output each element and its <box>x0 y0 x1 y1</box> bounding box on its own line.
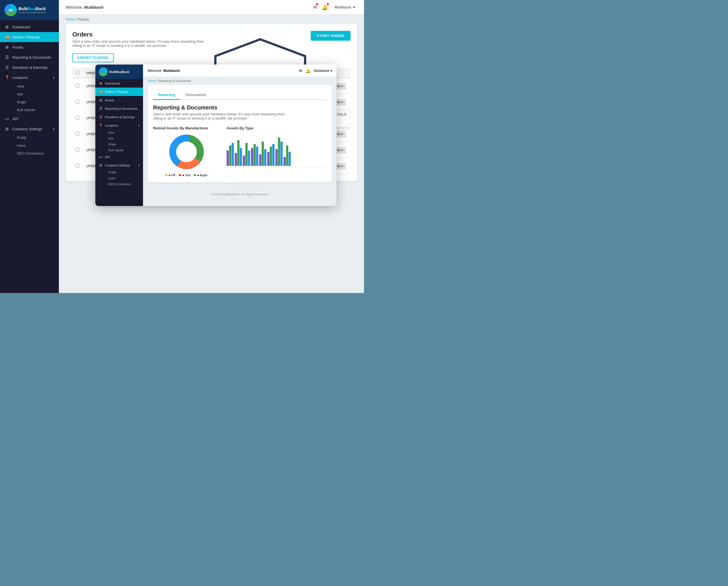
legend-apple-dot <box>194 174 196 176</box>
overlay-nav-locations[interactable]: 📍 Locations ▾ <box>95 121 143 130</box>
breadcrumb: Home / Pickups <box>59 15 364 24</box>
logo-icon: BB <box>4 4 17 16</box>
overlay-nav-assets[interactable]: ⊞ Assets <box>95 96 143 104</box>
overlay-nav-company[interactable]: ⊞ Company Settings ▾ <box>95 161 143 170</box>
row-checkbox-2[interactable] <box>76 116 79 120</box>
bar-0-1 <box>229 145 231 166</box>
overlay-company-users[interactable]: Users <box>105 175 143 181</box>
legend-dell: ● Dell <box>179 173 190 177</box>
overlay-nav-company-label: Company Settings <box>105 164 130 167</box>
donut-chart <box>168 133 205 170</box>
bar-7-1 <box>286 145 288 166</box>
bar-7-0 <box>284 157 286 166</box>
locations-sub-bulk[interactable]: Bulk Upload <box>12 106 59 114</box>
overlay-nav-donations[interactable]: ☰ Donations & Earnings <box>95 113 143 121</box>
overlay-loc-view[interactable]: View <box>105 130 143 136</box>
sidebar-item-assets[interactable]: ⊞ Assets <box>0 42 59 52</box>
notifications-button[interactable]: 🔔 <box>322 4 328 10</box>
company-icon: ⊞ <box>4 127 9 131</box>
user-menu-button[interactable]: Muddassir ▾ <box>332 4 357 10</box>
row-checkbox-1[interactable] <box>76 100 79 103</box>
overlay-user-btn[interactable]: Muddassir ▾ <box>314 69 332 73</box>
sidebar-nav: ⊞ Dashboard 🚚 Orders / PickUps ⊞ Assets … <box>0 20 59 293</box>
bar-chart <box>227 133 327 167</box>
bar-2-2 <box>248 150 250 166</box>
overlay-nav-assets-label: Assets <box>105 98 114 102</box>
overlay-nav-orders-label: Orders / PickUps <box>105 90 128 94</box>
export-excel-button[interactable]: EXPORT TO EXCEL <box>72 53 114 62</box>
actions-chevron-4: ▾ <box>341 148 343 152</box>
overlay-loc-add[interactable]: Add <box>105 136 143 142</box>
row-checkbox-5[interactable] <box>76 164 79 168</box>
row-checkbox-3[interactable] <box>76 132 79 136</box>
sidebar-item-company[interactable]: ⊞ Company Settings ▾ <box>0 124 59 134</box>
company-sub-sso[interactable]: SSO Connections <box>12 150 59 157</box>
bar-1-2 <box>240 148 242 166</box>
bar-group-7 <box>284 145 291 166</box>
overlay-company-profile[interactable]: Profile <box>105 170 143 175</box>
sidebar-item-api[interactable]: </> API <box>0 114 59 124</box>
bar-group-5 <box>267 144 275 166</box>
overlay-nav-api[interactable]: </> API <box>95 153 143 161</box>
email-button[interactable]: ✉ <box>313 4 317 10</box>
legend-hp-dot <box>165 174 167 176</box>
start-order-button[interactable]: START ORDER <box>311 31 350 41</box>
sidebar-item-orders[interactable]: 🚚 Orders / PickUps <box>0 32 59 42</box>
overlay-username: Muddassir <box>163 69 180 73</box>
bar-1-0 <box>235 153 237 166</box>
bar-6-1 <box>278 138 280 166</box>
overlay-nav-reporting[interactable]: ☰ Reporting & Documents <box>95 104 143 113</box>
overlay-nav-locations-label: Locations <box>105 124 118 127</box>
locations-sub-single[interactable]: Single <box>12 98 59 106</box>
breadcrumb-home[interactable]: Home <box>66 17 75 21</box>
donut-chart-title: Retired Assets By Manufacturer <box>153 126 220 130</box>
overlay-company-sso[interactable]: SSO Connections <box>105 181 143 187</box>
sidebar-item-reporting[interactable]: ☰ Reporting & Documents <box>0 52 59 62</box>
overlay-breadcrumb-page: Reporting & Documents <box>158 79 191 82</box>
overlay-window: BulkBuyBack ⊞ Dashboard 🚚 Orders / PickU… <box>95 65 337 206</box>
orders-header: Orders Start a new order and upcycle you… <box>72 31 350 48</box>
legend-hp-label: ● HP <box>168 173 176 177</box>
row-checkbox-4[interactable] <box>76 148 79 151</box>
overlay-loc-bulk[interactable]: Bulk Upload <box>105 147 143 153</box>
overlay-topbar-actions: ✉ 🔔 Muddassir ▾ <box>299 69 332 73</box>
tab-documents[interactable]: Doocuments <box>180 90 211 100</box>
overlay-breadcrumb-home[interactable]: Home <box>148 79 156 82</box>
overlay-logo-text: BulkBuyBack <box>109 70 129 74</box>
bar-2-1 <box>245 143 248 166</box>
user-name: Muddassir <box>335 5 352 9</box>
bar-4-1 <box>262 142 264 166</box>
sidebar-item-dashboard[interactable]: ⊞ Dashboard <box>0 22 59 32</box>
overlay-locations-sub: View Add Single Bulk Upload <box>95 130 143 153</box>
row-checkbox-0[interactable] <box>76 84 79 88</box>
overlay-nav-orders[interactable]: 🚚 Orders / PickUps <box>95 88 143 96</box>
select-all-checkbox[interactable] <box>76 71 79 74</box>
overlay-welcome: Welcome, Muddassir <box>148 69 180 73</box>
actions-chevron-0: ▾ <box>341 84 343 88</box>
locations-sub-view[interactable]: View <box>12 82 59 90</box>
bar-0-0 <box>227 150 229 166</box>
sidebar-item-locations[interactable]: 📍 Locations ▾ <box>0 72 59 82</box>
overlay-locations-icon: 📍 <box>99 123 103 127</box>
overlay-breadcrumb-sep: / <box>156 79 157 82</box>
overlay-loc-single[interactable]: Single <box>105 142 143 147</box>
tab-reporting[interactable]: Reporting <box>153 90 180 100</box>
company-sub-users[interactable]: Users <box>12 142 59 150</box>
logo-buy: Buy <box>28 6 35 11</box>
notifications-badge <box>327 3 329 5</box>
locations-sub-add[interactable]: Add <box>12 90 59 98</box>
sidebar-item-donations[interactable]: ☰ Donations & Earnings <box>0 62 59 72</box>
sidebar-label-assets: Assets <box>12 45 54 49</box>
overlay-body: Home / Reporting & Documents Reporting D… <box>143 77 337 206</box>
actions-chevron-3: ▾ <box>341 132 343 136</box>
overlay-email-icon[interactable]: ✉ <box>299 69 302 73</box>
overlay-nav-dashboard[interactable]: ⊞ Dashboard <box>95 79 143 88</box>
bar-0-2 <box>232 143 234 166</box>
bar-chart-title: Assets By Type <box>227 126 327 130</box>
company-sub-profile[interactable]: Profile <box>12 134 59 142</box>
username-label: Muddassir <box>84 5 104 9</box>
sidebar: BB BulkBuyBack Powered by BuyBackWorld ⊞… <box>0 0 59 293</box>
overlay-bell-icon[interactable]: 🔔 <box>306 69 310 73</box>
sidebar-label-reporting: Reporting & Documents <box>12 55 54 59</box>
reporting-icon: ☰ <box>4 55 9 59</box>
